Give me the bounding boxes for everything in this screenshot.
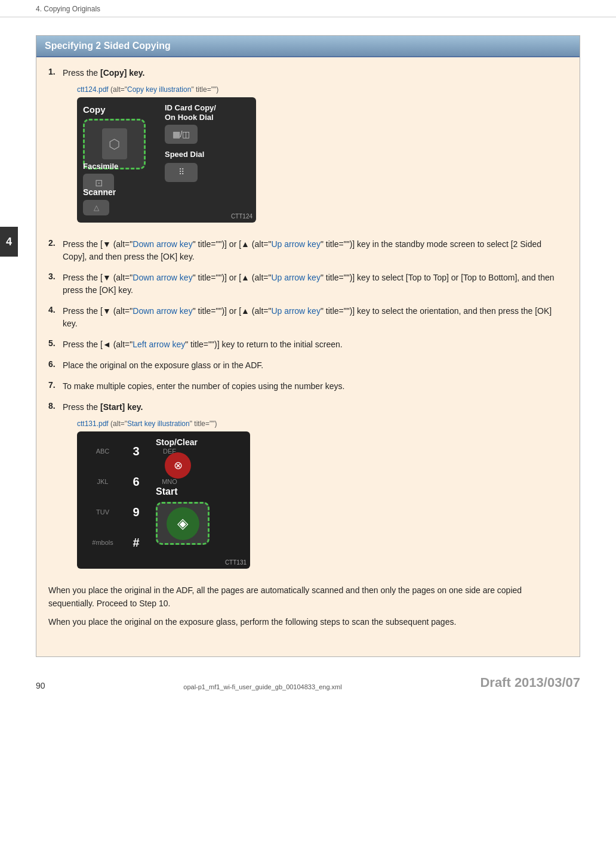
step-3-text: Press the [▼ (alt="Down arrow key" title… bbox=[63, 272, 568, 297]
step-3: 3. Press the [▼ (alt="Down arrow key" ti… bbox=[48, 272, 568, 297]
copy-label: Copy bbox=[83, 103, 152, 117]
scanner-area: Scanner △ bbox=[83, 186, 116, 215]
draft-watermark: Draft 2013/03/07 bbox=[480, 675, 580, 690]
page-number: 90 bbox=[36, 681, 45, 690]
step-1-text: Press the [Copy] key. ctt124.pdf (alt="C… bbox=[63, 67, 568, 230]
step-6-text: Place the original on the exposure glass… bbox=[63, 359, 568, 372]
main-content: Specifying 2 Sided Copying 1. Press the … bbox=[36, 17, 580, 657]
step4-down-link[interactable]: Down arrow key bbox=[133, 306, 192, 316]
start-key-illustration: ABC 3 DEF JKL 6 MNO TUV 9 WXYZ #mbols bbox=[77, 431, 250, 569]
id-card-label: ID Card Copy/On Hook Dial bbox=[165, 103, 251, 122]
step-1-label: Press the [Copy] key. bbox=[63, 68, 144, 78]
numpad-3: 3 bbox=[124, 436, 148, 466]
page-header: 4. Copying Originals bbox=[0, 0, 616, 17]
note-2: When you place the original on the expos… bbox=[48, 616, 568, 629]
step-1: 1. Press the [Copy] key. ctt124.pdf (alt… bbox=[48, 67, 568, 230]
copy-key-link[interactable]: ctt124.pdf bbox=[77, 85, 109, 94]
step5-left-link[interactable]: Left arrow key bbox=[133, 340, 185, 349]
facsimile-label: Facsimile bbox=[83, 161, 118, 172]
start-right-panel: Stop/Clear ⊗ Start ◈ bbox=[156, 436, 245, 545]
numpad-hash: # bbox=[124, 528, 148, 557]
step2-up-link[interactable]: Up arrow key bbox=[271, 239, 320, 249]
numpad-6: 6 bbox=[124, 467, 148, 497]
step-8-num: 8. bbox=[48, 401, 63, 411]
step-5: 5. Press the [◄ (alt="Left arrow key" ti… bbox=[48, 338, 568, 351]
copy-illustration-ref: CTT124 bbox=[231, 212, 252, 221]
speed-dial-btn: ⠿ bbox=[165, 163, 198, 182]
start-key-alt-link[interactable]: Start key illustration bbox=[127, 420, 190, 428]
note-1: When you place the original in the ADF, … bbox=[48, 584, 568, 610]
stop-clear-label: Stop/Clear bbox=[156, 436, 245, 449]
step-8-text: Press the [Start] key. ctt131.pdf (alt="… bbox=[63, 401, 568, 576]
step-8: 8. Press the [Start] key. ctt131.pdf (al… bbox=[48, 401, 568, 576]
section-box: Specifying 2 Sided Copying 1. Press the … bbox=[36, 35, 580, 657]
notes-block: When you place the original in the ADF, … bbox=[48, 584, 568, 629]
breadcrumb: 4. Copying Originals bbox=[36, 5, 100, 13]
step-1-num: 1. bbox=[48, 67, 63, 76]
step-4-text: Press the [▼ (alt="Down arrow key" title… bbox=[63, 305, 568, 330]
id-card-btn: ▦/◫ bbox=[165, 125, 198, 144]
start-illustration-ref: CTT131 bbox=[225, 558, 247, 567]
step-5-text: Press the [◄ (alt="Left arrow key" title… bbox=[63, 338, 568, 351]
step-7: 7. To make multiple copies, enter the nu… bbox=[48, 380, 568, 393]
page-footer: 90 opal-p1_mf1_wi-fi_user_guide_gb_00104… bbox=[0, 669, 616, 696]
numpad-tuv: TUV bbox=[82, 497, 124, 527]
step3-down-link[interactable]: Down arrow key bbox=[133, 273, 192, 282]
step2-down-link[interactable]: Down arrow key bbox=[133, 239, 192, 249]
copy-key-illustration: Copy ⬡ Facsimile ⊡ bbox=[77, 97, 256, 223]
step-7-text: To make multiple copies, enter the numbe… bbox=[63, 380, 568, 393]
step-6: 6. Place the original on the exposure gl… bbox=[48, 359, 568, 372]
section-body: 1. Press the [Copy] key. ctt124.pdf (alt… bbox=[36, 57, 580, 645]
scanner-label: Scanner bbox=[83, 186, 116, 199]
step4-up-link[interactable]: Up arrow key bbox=[271, 306, 320, 316]
right-panel: ID Card Copy/On Hook Dial ▦/◫ Speed Dial… bbox=[165, 103, 251, 182]
step-5-num: 5. bbox=[48, 338, 63, 348]
numpad-symbols: #mbols bbox=[82, 528, 124, 557]
scanner-btn: △ bbox=[83, 200, 109, 215]
section-title: Specifying 2 Sided Copying bbox=[36, 36, 580, 57]
copy-area: Copy ⬡ bbox=[83, 103, 152, 169]
step-7-num: 7. bbox=[48, 380, 63, 390]
step-6-num: 6. bbox=[48, 359, 63, 369]
copy-key-alt-link[interactable]: Copy key illustration bbox=[127, 85, 191, 94]
page-filename: opal-p1_mf1_wi-fi_user_guide_gb_00104833… bbox=[45, 683, 481, 690]
start-key-image-block: ctt131.pdf (alt="Start key illustration"… bbox=[77, 418, 568, 569]
start-btn-icon[interactable]: ◈ bbox=[167, 507, 199, 540]
step-8-label: Press the [Start] key. bbox=[63, 402, 143, 412]
numpad-jkl: JKL bbox=[82, 467, 124, 497]
start-btn-dashed: ◈ bbox=[156, 502, 210, 545]
step-4: 4. Press the [▼ (alt="Down arrow key" ti… bbox=[48, 305, 568, 330]
numpad-9: 9 bbox=[124, 497, 148, 527]
step-3-num: 3. bbox=[48, 272, 63, 281]
step3-up-link[interactable]: Up arrow key bbox=[271, 273, 320, 282]
copy-key-caption: ctt124.pdf (alt="Copy key illustration" … bbox=[77, 84, 568, 95]
step-2-text: Press the [▼ (alt="Down arrow key" title… bbox=[63, 238, 568, 263]
step-2-num: 2. bbox=[48, 238, 63, 248]
step-2: 2. Press the [▼ (alt="Down arrow key" ti… bbox=[48, 238, 568, 263]
copy-key-image-block: ctt124.pdf (alt="Copy key illustration" … bbox=[77, 84, 568, 223]
copy-btn-icon: ⬡ bbox=[102, 128, 127, 159]
speed-dial-label: Speed Dial bbox=[165, 149, 251, 161]
chapter-tab: 4 bbox=[0, 227, 18, 257]
stop-clear-btn[interactable]: ⊗ bbox=[165, 452, 191, 479]
start-label: Start bbox=[156, 485, 245, 499]
step-4-num: 4. bbox=[48, 305, 63, 314]
start-key-caption: ctt131.pdf (alt="Start key illustration"… bbox=[77, 418, 568, 429]
numpad-abc: ABC bbox=[82, 436, 124, 466]
start-key-link[interactable]: ctt131.pdf bbox=[77, 420, 109, 428]
